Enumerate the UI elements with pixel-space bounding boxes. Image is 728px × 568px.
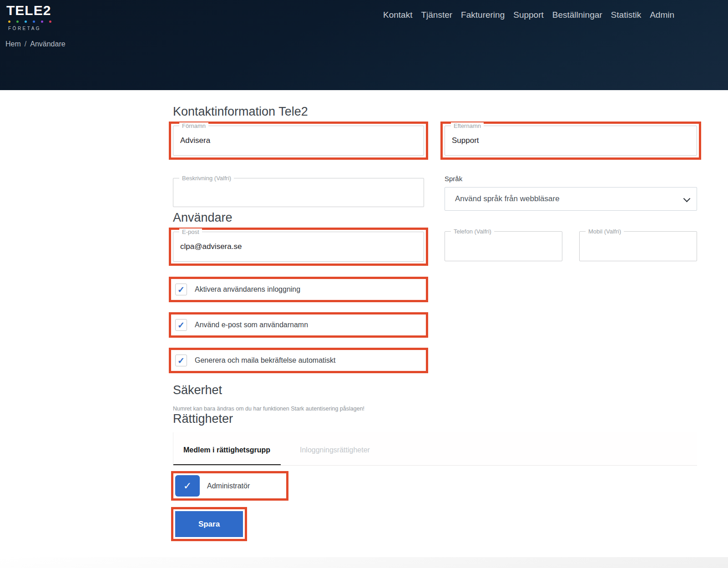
page: TELE2 FÖRETAG Kontakt Tjänster Faktureri…	[0, 0, 728, 568]
breadcrumb-separator: /	[25, 40, 26, 48]
sprak-selected-value: Använd språk från webbläsare	[455, 194, 560, 203]
nav-item-tjanster[interactable]: Tjänster	[421, 10, 452, 20]
logo-subtitle: FÖRETAG	[8, 26, 51, 31]
chevron-down-icon	[683, 195, 691, 203]
sprak-select[interactable]: Använd språk från webbläsare	[445, 187, 697, 211]
administrator-label: Administratör	[207, 482, 250, 490]
checkbox-checked-icon[interactable]: ✓	[175, 319, 187, 331]
sprak-label: Språk	[445, 175, 697, 183]
fornamn-value: Advisera	[180, 136, 210, 145]
breadcrumb-home[interactable]: Hem	[5, 40, 21, 48]
mobil-label: Mobil (Valfri)	[586, 228, 624, 235]
nav-item-fakturering[interactable]: Fakturering	[461, 10, 505, 20]
breadcrumb-current: Användare	[30, 40, 65, 48]
highlight-box-efternamn: Efternamn Support	[440, 122, 701, 160]
epost-value: clpa@advisera.se	[180, 242, 242, 251]
tab-inloggningsrattigheter[interactable]: Inloggningsrättigheter	[290, 432, 380, 465]
section-title-sakerhet: Säkerhet	[173, 383, 697, 397]
main-content: Kontaktinformation Tele2 Förnamn Adviser…	[173, 90, 697, 541]
footer-strip	[0, 557, 728, 568]
highlight-box-spara: Spara	[171, 507, 247, 541]
save-button[interactable]: Spara	[175, 511, 243, 537]
nav-item-statistik[interactable]: Statistik	[611, 10, 642, 20]
checkbox-label-generera-bekraftelse: Generera och maila bekräftelse automatis…	[195, 356, 335, 365]
efternamn-label: Efternamn	[451, 122, 484, 130]
breadcrumb: Hem / Användare	[5, 40, 66, 48]
highlight-box-fornamn: Förnamn Advisera	[169, 122, 428, 160]
logo-dots-icon	[8, 20, 51, 23]
logo-brand-text: TELE2	[6, 4, 51, 17]
section-title-kontaktinformation: Kontaktinformation Tele2	[173, 90, 697, 119]
checkbox-checked-icon[interactable]: ✓	[175, 284, 187, 295]
security-note: Numret kan bara ändras om du har funktio…	[173, 406, 697, 412]
nav-item-admin[interactable]: Admin	[650, 10, 674, 20]
checkbox-label-epost-som-anvandarnamn: Använd e-post som användarnamn	[195, 321, 308, 329]
checkbox-checked-icon[interactable]: ✓	[175, 475, 200, 497]
mobil-field[interactable]: Mobil (Valfri)	[579, 231, 697, 261]
telefon-field[interactable]: Telefon (Valfri)	[445, 231, 562, 261]
checkbox-row-aktivera-inloggning[interactable]: ✓ Aktivera användarens inloggning	[173, 281, 424, 298]
checkbox-checked-icon[interactable]: ✓	[175, 355, 187, 366]
highlight-box-epost: E-post clpa@advisera.se	[169, 228, 428, 266]
nav-item-kontakt[interactable]: Kontakt	[383, 10, 412, 20]
top-header: TELE2 FÖRETAG Kontakt Tjänster Faktureri…	[0, 0, 728, 90]
rights-tabs: Medlem i rättighetsgrupp Inloggningsrätt…	[173, 432, 697, 465]
tele2-logo[interactable]: TELE2 FÖRETAG	[6, 4, 51, 31]
highlight-box-checkbox-generera-bekraftelse: ✓ Generera och maila bekräftelse automat…	[169, 348, 428, 373]
highlight-box-checkbox-inloggning: ✓ Aktivera användarens inloggning	[169, 277, 428, 302]
section-title-rattigheter: Rättigheter	[173, 412, 697, 426]
beskrivning-field[interactable]: Beskrivning (Valfri)	[173, 178, 424, 207]
checkbox-row-epost-som-anvandarnamn[interactable]: ✓ Använd e-post som användarnamn	[173, 316, 424, 334]
checkbox-row-generera-bekraftelse[interactable]: ✓ Generera och maila bekräftelse automat…	[173, 352, 424, 369]
nav-item-support[interactable]: Support	[513, 10, 544, 20]
main-nav: Kontakt Tjänster Fakturering Support Bes…	[383, 10, 674, 20]
efternamn-field[interactable]: Efternamn Support	[445, 126, 697, 156]
beskrivning-label: Beskrivning (Valfri)	[179, 175, 234, 182]
epost-field[interactable]: E-post clpa@advisera.se	[173, 232, 424, 262]
administrator-checkbox-row[interactable]: ✓ Administratör	[175, 475, 284, 497]
tab-medlem-i-rattighetsgrupp[interactable]: Medlem i rättighetsgrupp	[173, 432, 281, 465]
checkbox-label-aktivera-inloggning: Aktivera användarens inloggning	[195, 285, 300, 294]
highlight-box-checkbox-epost-anvandarnamn: ✓ Använd e-post som användarnamn	[169, 312, 428, 338]
rights-tabs-card: Medlem i rättighetsgrupp Inloggningsrätt…	[173, 432, 697, 466]
fornamn-label: Förnamn	[179, 122, 208, 130]
highlight-box-administrator: ✓ Administratör	[171, 471, 288, 501]
telefon-label: Telefon (Valfri)	[451, 228, 494, 235]
section-title-anvandare: Användare	[173, 211, 697, 225]
epost-label: E-post	[179, 228, 202, 236]
fornamn-field[interactable]: Förnamn Advisera	[173, 126, 424, 156]
efternamn-value: Support	[452, 136, 479, 145]
nav-item-bestallningar[interactable]: Beställningar	[552, 10, 602, 20]
